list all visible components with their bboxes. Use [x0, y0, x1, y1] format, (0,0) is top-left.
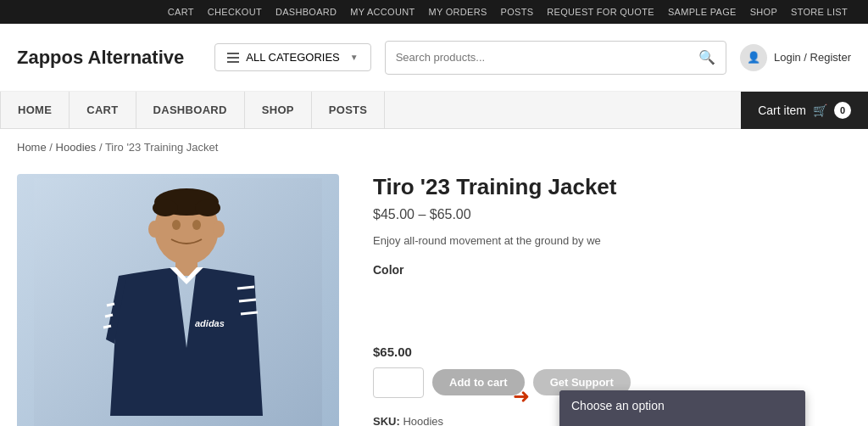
categories-button[interactable]: ALL CATEGORIES ▼ — [214, 43, 370, 71]
search-bar: 🔍 — [385, 41, 726, 75]
header: Zappos Alternative ALL CATEGORIES ▼ 🔍 👤 … — [0, 24, 868, 92]
breadcrumb-home[interactable]: Home — [17, 141, 47, 154]
topbar-samplepage[interactable]: SAMPLE PAGE — [661, 7, 743, 17]
nav-posts[interactable]: POSTS — [312, 92, 386, 129]
svg-line-7 — [237, 287, 254, 289]
svg-point-10 — [172, 220, 181, 230]
product-details: Tiro '23 Training Jacket $45.00 – $65.00… — [373, 174, 851, 426]
svg-text:adidas: adidas — [195, 318, 225, 328]
svg-point-16 — [195, 199, 220, 216]
navigation: HOME CART DASHBOARD SHOP POSTS Cart item… — [0, 92, 868, 129]
main-content: adidas Tiro '23 Training Jacket $45 — [0, 165, 868, 426]
topbar-myorders[interactable]: MY ORDERS — [421, 7, 493, 17]
topbar-rfq[interactable]: REQUEST FOR QUOTE — [540, 7, 661, 17]
dropdown-placeholder: Choose an option — [559, 390, 805, 421]
site-logo[interactable]: Zappos Alternative — [17, 47, 184, 69]
sku-label: SKU: — [373, 415, 400, 427]
svg-line-3 — [107, 304, 114, 305]
svg-point-13 — [213, 221, 225, 238]
user-icon: 👤 — [747, 51, 760, 64]
nav-shop[interactable]: SHOP — [245, 92, 312, 129]
svg-point-12 — [148, 221, 160, 238]
cart-count: 0 — [834, 102, 851, 119]
sku-value: Hoodies — [403, 415, 443, 427]
chevron-down-icon: ▼ — [350, 53, 359, 62]
arrow-indicator: ➜ — [513, 384, 530, 408]
search-button[interactable]: 🔍 — [688, 49, 726, 65]
top-bar: CART CHECKOUT DASHBOARD MY ACCOUNT MY OR… — [0, 0, 868, 24]
breadcrumb-hoodies[interactable]: Hoodies — [56, 141, 97, 154]
product-title: Tiro '23 Training Jacket — [373, 174, 851, 200]
breadcrumb-current: Tiro '23 Training Jacket — [105, 141, 219, 154]
svg-line-5 — [103, 326, 111, 328]
add-to-cart-button[interactable]: Add to cart — [432, 369, 525, 395]
categories-label: ALL CATEGORIES — [246, 51, 340, 64]
topbar-posts[interactable]: POSTS — [494, 7, 541, 17]
topbar-dashboard[interactable]: DASHBOARD — [269, 7, 343, 17]
dropdown-option-blue[interactable]: Blue — [559, 421, 805, 426]
svg-point-11 — [192, 220, 201, 230]
color-dropdown[interactable]: Choose an option Blue ✓ Green Clear — [559, 390, 805, 426]
hamburger-icon — [227, 53, 239, 63]
cart-button[interactable]: Cart item 🛒 0 — [741, 92, 868, 129]
product-image: adidas — [17, 174, 339, 426]
product-image-area: adidas — [17, 174, 339, 426]
product-description: Enjoy all-round movement at the ground b… — [373, 233, 851, 249]
nav-home[interactable]: HOME — [0, 92, 70, 129]
cart-icon: 🛒 — [813, 104, 827, 117]
quantity-input[interactable] — [373, 367, 424, 398]
selected-price: $65.00 — [373, 345, 851, 359]
nav-items: HOME CART DASHBOARD SHOP POSTS — [0, 92, 741, 129]
svg-line-8 — [239, 300, 256, 301]
cart-label: Cart item — [758, 104, 806, 117]
login-label: Login / Register — [774, 51, 851, 64]
avatar: 👤 — [740, 44, 767, 71]
topbar-shop[interactable]: SHOP — [743, 7, 784, 17]
search-icon: 🔍 — [698, 50, 715, 64]
search-input[interactable] — [386, 51, 688, 64]
topbar-checkout[interactable]: CHECKOUT — [201, 7, 269, 17]
nav-cart[interactable]: CART — [70, 92, 136, 129]
svg-point-15 — [153, 199, 178, 216]
breadcrumb: Home / Hoodies / Tiro '23 Training Jacke… — [0, 129, 868, 165]
product-price: $45.00 – $65.00 — [373, 207, 851, 222]
color-label: Color — [373, 263, 851, 277]
svg-line-4 — [105, 315, 113, 317]
product-photo: adidas — [34, 178, 322, 426]
nav-dashboard[interactable]: DASHBOARD — [136, 92, 245, 129]
topbar-cart[interactable]: CART — [161, 7, 201, 17]
topbar-storelist[interactable]: STORE LIST — [784, 7, 854, 17]
svg-line-9 — [241, 312, 258, 314]
login-area[interactable]: 👤 Login / Register — [740, 44, 851, 71]
topbar-myaccount[interactable]: MY ACCOUNT — [343, 7, 421, 17]
